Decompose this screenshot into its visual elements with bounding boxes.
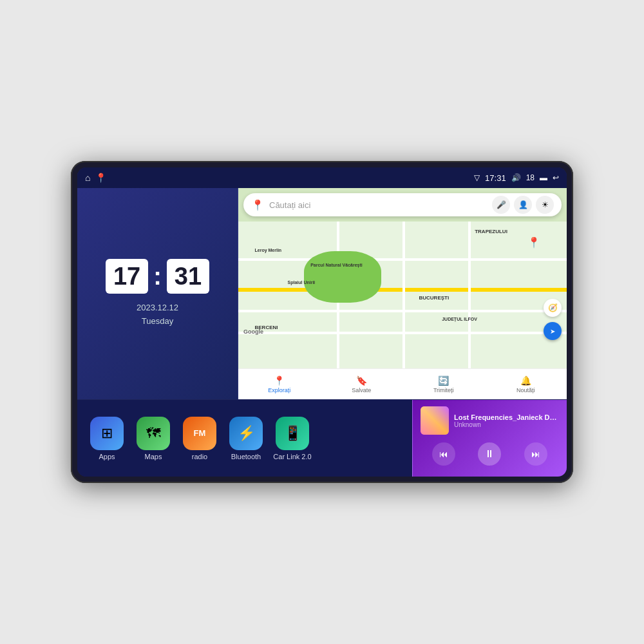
top-section: 17 : 31 2023.12.12 Tuesday 📍 Căutați aic… [77,188,567,399]
battery-level: 18 [526,173,535,182]
maps-icon: 🗺 [137,417,170,450]
map-tab-explorati[interactable]: 📍 Explorați [238,369,321,399]
clock-minutes: 31 [167,259,209,294]
app-icon-apps[interactable]: ⊞ Apps [88,417,126,460]
app-icons-area: ⊞ Apps 🗺 Maps FM radio ⚡ Bluetooth [77,400,412,477]
apps-icon: ⊞ [90,417,124,450]
explorati-icon: 📍 [274,375,285,386]
clock-hours: 17 [106,259,148,294]
bluetooth-label: Bluetooth [231,453,261,460]
profile-btn[interactable]: 👤 [514,196,532,214]
map-area: 📍 Căutați aici 🎤 👤 ☀ [238,188,567,399]
battery-icon: ▬ [540,173,547,182]
status-time: 17:31 [485,173,506,183]
salvate-icon: 🔖 [356,375,367,386]
clock-display: 17 : 31 [106,259,209,294]
bottom-section: ⊞ Apps 🗺 Maps FM radio ⚡ Bluetooth [77,399,567,477]
screen: ⌂ 📍 ▽ 17:31 🔊 18 ▬ ↩ 17 : [77,167,567,477]
volume-icon[interactable]: 🔊 [511,173,521,182]
map-visual: Parcul Natural Văcărești BUCUREȘTI JUDEȚ… [238,222,567,368]
clock-date: 2023.12.12 Tuesday [137,301,178,328]
map-pin-icon: 📍 [251,199,264,211]
music-title: Lost Frequencies_Janieck Devy-... [454,413,559,421]
home-icon[interactable]: ⌂ [85,173,90,183]
maps-shortcut-icon[interactable]: 📍 [95,173,106,183]
music-top: Lost Frequencies_Janieck Devy-... Unknow… [421,406,559,435]
explorati-label: Explorați [268,387,290,393]
map-label-trapezului: TRAPEZULUI [475,229,507,234]
status-bar: ⌂ 📍 ▽ 17:31 🔊 18 ▬ ↩ [77,167,567,188]
map-tab-salvate[interactable]: 🔖 Salvate [321,369,403,399]
salvate-label: Salvate [352,387,371,393]
trimiteti-label: Trimiteți [433,387,454,393]
main-content: 17 : 31 2023.12.12 Tuesday 📍 Căutați aic… [77,188,567,477]
app-icon-bluetooth[interactable]: ⚡ Bluetooth [227,417,265,460]
map-label-splaiul: Splaiul Unirii [288,280,316,285]
car-head-unit: ⌂ 📍 ▽ 17:31 🔊 18 ▬ ↩ 17 : [71,161,573,483]
bluetooth-icon: ⚡ [229,417,263,450]
music-artist: Unknown [454,421,559,428]
voice-search-btn[interactable]: 🎤 [492,196,510,214]
music-next-btn[interactable]: ⏭ [524,442,547,466]
carlink-icon: 📱 [276,417,309,450]
map-label-ilfov: JUDEȚUL ILFOV [442,317,477,321]
back-icon[interactable]: ↩ [553,173,559,182]
map-label-bucharest: BUCUREȘTI [419,295,450,301]
map-label-leroy: Leroy Merlin [255,248,282,252]
album-art [421,406,449,435]
app-icon-carlink[interactable]: 📱 Car Link 2.0 [273,417,312,460]
signal-icon: ▽ [474,173,480,182]
radio-icon: FM [183,417,216,450]
album-image [421,406,449,435]
clock-separator: : [153,263,162,290]
music-play-btn[interactable]: ⏸ [478,442,501,466]
map-search-actions: 🎤 👤 ☀ [492,196,554,214]
maps-label: Maps [145,453,162,460]
map-road [402,222,405,368]
map-road [468,222,471,368]
map-search-bar[interactable]: 📍 Căutați aici 🎤 👤 ☀ [243,193,562,216]
status-left-icons: ⌂ 📍 [85,173,106,183]
trimiteti-icon: 🔄 [438,375,449,386]
radio-label: radio [192,453,207,460]
app-icon-radio[interactable]: FM radio [180,417,219,460]
music-prev-btn[interactable]: ⏮ [432,442,455,466]
map-search-placeholder[interactable]: Căutați aici [269,200,487,210]
map-navigate-btn[interactable]: ➤ [544,322,562,340]
noutati-label: Noutăți [516,387,535,393]
music-player: Lost Frequencies_Janieck Devy-... Unknow… [412,400,567,477]
map-bottom-tabs: 📍 Explorați 🔖 Salvate 🔄 Trimiteți � [238,368,567,399]
map-label-park: Parcul Natural Văcărești [310,263,363,267]
music-controls: ⏮ ⏸ ⏭ [421,442,559,466]
carlink-label: Car Link 2.0 [273,453,311,460]
noutati-icon: 🔔 [520,375,531,386]
google-logo: Google [243,328,263,335]
app-icon-maps[interactable]: 🗺 Maps [134,417,173,460]
clock-widget: 17 : 31 2023.12.12 Tuesday [77,188,238,399]
map-tab-noutati[interactable]: 🔔 Noutăți [485,369,567,399]
map-compass-btn[interactable]: 🧭 [544,299,562,317]
map-background: Parcul Natural Văcărești BUCUREȘTI JUDEȚ… [238,222,567,368]
apps-label: Apps [99,453,115,460]
park-area [304,251,381,303]
status-right-info: ▽ 17:31 🔊 18 ▬ ↩ [474,173,559,183]
map-tab-trimiteti[interactable]: 🔄 Trimiteți [402,369,485,399]
more-options-btn[interactable]: ☀ [536,196,554,214]
music-info: Lost Frequencies_Janieck Devy-... Unknow… [454,413,559,428]
map-location-pin: 📍 [527,236,540,249]
